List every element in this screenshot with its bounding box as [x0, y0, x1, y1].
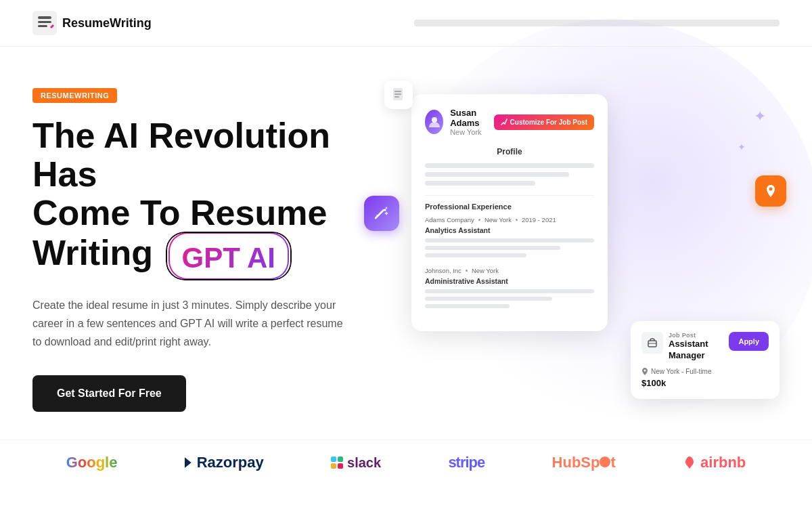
svg-point-9 — [376, 215, 378, 216]
exp-line-1 — [425, 238, 594, 242]
job-salary: $100k — [641, 378, 769, 388]
profile-section-title: Profile — [425, 147, 594, 156]
razorpay-arrow-icon — [185, 457, 191, 468]
sparkle-icon-1: ✦ — [754, 108, 766, 125]
hero-left: RESUMEWRITING The AI Revolution Has Come… — [32, 88, 384, 412]
razorpay-logo: Razorpay — [185, 454, 264, 471]
role2: Administrative Assistant — [425, 277, 594, 285]
slack-cell-3 — [331, 463, 336, 469]
exp-meta-1: Adams Company New York 2019 - 2021 — [425, 216, 594, 224]
experience-section-title: Professional Experience — [425, 203, 594, 211]
svg-point-8 — [386, 207, 388, 209]
briefcase-icon — [647, 337, 658, 348]
customize-job-post-button[interactable]: Customize For Job Post — [494, 114, 594, 130]
hubspot-logo: HubSpt — [552, 454, 616, 471]
title-line2: Come To Resume — [32, 193, 327, 232]
document-icon — [391, 87, 406, 102]
sep1 — [478, 219, 480, 221]
exp-line-5 — [425, 297, 552, 301]
job-location-text: New York - Full-time — [651, 368, 711, 375]
doc-icon-float — [384, 81, 413, 109]
svg-rect-7 — [394, 96, 399, 98]
exp-line-3 — [425, 253, 526, 257]
user-location: New York — [450, 128, 493, 136]
logo-icon — [32, 11, 57, 35]
exp-lines-1 — [425, 238, 594, 257]
svg-rect-6 — [394, 93, 401, 95]
title-line1: The AI Revolution Has — [32, 116, 330, 194]
user-name: Susan Adams — [450, 108, 493, 128]
google-logo: Google — [66, 454, 118, 471]
company2: Johnson, Inc — [425, 267, 461, 274]
logo[interactable]: ResumeWriting — [32, 11, 152, 35]
customize-btn-label: Customize For Job Post — [510, 119, 587, 126]
profile-line-1 — [425, 163, 594, 168]
airbnb-text: airbnb — [700, 454, 746, 471]
resume-card: Susan Adams New York Customize For Job P… — [411, 94, 608, 331]
slack-cell-2 — [338, 457, 343, 462]
location2: New York — [472, 267, 499, 274]
dates1: 2019 - 2021 — [522, 216, 556, 224]
gpt-badge-wrapper: GPT AI — [168, 232, 289, 279]
hubspot-dot — [600, 457, 610, 467]
gpt-label: GPT AI — [177, 240, 281, 275]
divider-1 — [425, 195, 594, 196]
resume-header: Susan Adams New York Customize For Job P… — [425, 108, 594, 136]
razorpay-text: Razorpay — [197, 454, 264, 471]
job-location: New York - Full-time — [641, 367, 769, 375]
exp-meta-2: Johnson, Inc New York — [425, 267, 594, 274]
job-title: Assistant Manager — [669, 339, 729, 362]
logo-text: ResumeWriting — [62, 16, 152, 30]
svg-point-11 — [432, 117, 437, 123]
job-info: Job Post Assistant Manager — [669, 332, 729, 362]
apply-button[interactable]: Apply — [729, 332, 769, 351]
sep2 — [516, 219, 518, 221]
svg-rect-2 — [38, 21, 51, 23]
job-icon — [641, 332, 663, 354]
customize-icon — [501, 119, 508, 125]
pin-icon — [763, 184, 778, 198]
job-card: Job Post Assistant Manager Apply New Yor… — [631, 321, 780, 399]
avatar — [425, 110, 443, 134]
slack-logo: slack — [331, 455, 381, 471]
avatar-icon — [428, 115, 441, 129]
airbnb-logo: airbnb — [683, 454, 746, 471]
logos-section: Google Razorpay slack stripe HubSpt airb… — [0, 440, 812, 485]
hero-title: The AI Revolution Has Come To Resume Wri… — [32, 117, 384, 280]
sep3 — [466, 270, 468, 272]
get-started-button[interactable]: Get Started For Free — [32, 375, 186, 412]
job-card-header: Job Post Assistant Manager Apply — [641, 332, 769, 362]
magic-wand-button[interactable] — [364, 196, 399, 231]
job-label: Job Post — [669, 332, 729, 339]
slack-cell-1 — [331, 457, 336, 462]
stripe-logo: stripe — [448, 454, 484, 471]
resume-user: Susan Adams New York — [425, 108, 494, 136]
company1: Adams Company — [425, 216, 474, 224]
svg-rect-1 — [38, 16, 51, 19]
title-line3: Writing — [32, 234, 153, 273]
sparkle-icon-2: ✦ — [738, 142, 746, 152]
exp-line-2 — [425, 246, 560, 250]
svg-rect-5 — [394, 91, 401, 92]
exp-line-6 — [425, 304, 510, 308]
profile-line-3 — [425, 181, 535, 186]
svg-point-10 — [769, 188, 773, 191]
hero-section: RESUMEWRITING The AI Revolution Has Come… — [0, 47, 812, 426]
svg-point-14 — [644, 370, 646, 372]
user-info: Susan Adams New York — [450, 108, 493, 136]
job-info-row: Job Post Assistant Manager — [641, 332, 729, 362]
location1: New York — [484, 216, 512, 224]
role1: Analytics Assistant — [425, 226, 594, 234]
exp-line-4 — [425, 289, 594, 293]
location-icon — [641, 367, 648, 375]
hero-badge: RESUMEWRITING — [32, 88, 117, 103]
slack-grid-icon — [331, 457, 343, 469]
hero-right: ✦ ✦ — [384, 74, 780, 426]
slack-text: slack — [347, 455, 381, 471]
hero-description: Create the ideal resume in just 3 minute… — [32, 296, 344, 352]
svg-rect-3 — [38, 25, 47, 27]
exp-lines-2 — [425, 289, 594, 308]
wand-icon — [373, 205, 390, 222]
location-pin-float — [755, 175, 786, 207]
slack-cell-4 — [338, 463, 343, 469]
